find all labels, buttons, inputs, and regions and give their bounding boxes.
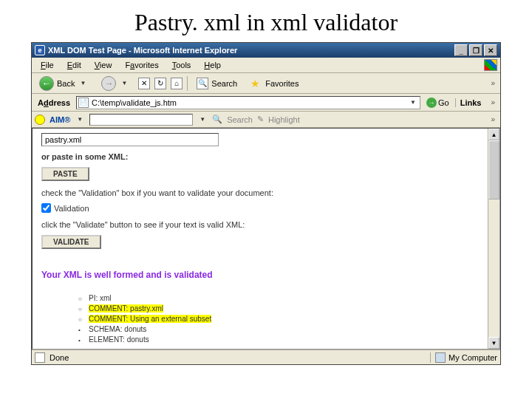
forward-arrow-icon: → [101,76,116,91]
menu-view[interactable]: View [89,59,118,71]
menu-edit[interactable]: Edit [61,59,87,71]
aim-overflow-icon[interactable]: » [488,115,497,123]
search-label: Search [211,79,237,88]
back-button[interactable]: ← Back ▼ [35,75,92,92]
address-label: Address [35,98,73,107]
menu-tools[interactable]: Tools [166,59,197,71]
status-text: Done [50,353,69,362]
page-icon [35,352,45,363]
forward-button[interactable]: → ▼ [97,75,134,92]
minimize-button[interactable]: _ [454,44,468,56]
menu-favorites[interactable]: Favorites [119,59,164,71]
back-arrow-icon: ← [39,76,54,91]
ie-icon: e [35,45,45,55]
menu-file[interactable]: File [35,59,60,71]
favorites-label: Favorites [265,79,299,88]
home-icon[interactable]: ⌂ [171,78,183,89]
aim-toolbar: AIM® ▼ ▼ 🔍 Search ✎ Highlight » [32,112,500,128]
page-icon: 📄 [78,98,89,108]
toolbar-overflow-icon[interactable]: » [488,79,497,87]
window-title: XML DOM Test Page - Microsoft Internet E… [48,46,237,55]
computer-icon [435,352,446,363]
validation-checkbox[interactable] [41,203,51,213]
go-label: Go [438,98,449,107]
stop-icon[interactable]: ✕ [138,78,150,89]
go-button[interactable]: → Go [423,98,452,108]
tree-item: ELEMENT: donuts [78,335,491,345]
aim-highlight-label[interactable]: Highlight [268,115,300,124]
search-button[interactable]: 🔍 Search [192,76,242,91]
browser-window: e XML DOM Test Page - Microsoft Internet… [31,42,501,365]
tree-item-label: COMMENT: pastry.xml [89,304,163,313]
aim-label[interactable]: AIM® [50,115,70,124]
refresh-icon[interactable]: ↻ [154,78,166,89]
menubar: File Edit View Favorites Tools Help [32,58,500,73]
back-label: Back [57,79,75,88]
search-icon: 🔍 [197,78,208,89]
zone-label: My Computer [449,353,497,362]
chevron-down-icon[interactable]: ▼ [408,99,418,106]
favorites-button[interactable]: ★ Favorites [246,76,303,91]
address-input[interactable]: 📄 C:\temp\validate_js.htm ▼ [76,96,420,109]
result-message: Your XML is well formed and is validated [41,270,491,280]
maximize-button[interactable]: ❐ [469,44,482,56]
aim-search-label[interactable]: Search [227,115,253,124]
titlebar: e XML DOM Test Page - Microsoft Internet… [32,43,500,58]
aim-search-icon: 🔍 [212,115,222,124]
close-button[interactable]: ✕ [484,44,497,56]
click-instruction: click the "Validate" button to see if yo… [41,220,491,229]
security-zone: My Computer [430,352,497,363]
aim-input[interactable] [89,114,193,126]
go-arrow-icon: → [426,98,437,108]
validate-button[interactable]: VALIDATE [41,235,101,249]
address-value: C:\temp\validate_js.htm [92,98,408,107]
links-label[interactable]: Links [455,98,486,107]
check-instruction: check the "Validation" box if you want t… [41,188,491,197]
chevron-down-icon: ▼ [119,80,129,86]
xml-file-input[interactable] [41,133,219,146]
status-bar: Done My Computer [32,349,500,364]
slide-title: Pastry. xml in xml validator [0,0,532,42]
or-paste-label: or paste in some XML: [41,152,491,161]
tree-item: COMMENT: pastry.xml [78,304,491,314]
tree-item: SCHEMA: donuts [78,324,491,335]
star-icon: ★ [250,78,262,89]
menu-help[interactable]: Help [198,59,227,71]
chevron-down-icon: ▼ [78,80,88,86]
page-viewport: ▲ ▼ or paste in some XML: PASTE check th… [32,128,500,349]
address-bar: Address 📄 C:\temp\validate_js.htm ▼ → Go… [32,94,500,112]
nav-toolbar: ← Back ▼ → ▼ ✕ ↻ ⌂ 🔍 Search ★ Favorites … [32,73,500,94]
result-tree: PI: xml COMMENT: pastry.xml COMMENT: Usi… [41,293,491,345]
windows-logo-icon [484,59,497,71]
scroll-up-icon[interactable]: ▲ [488,129,499,140]
chevron-down-icon[interactable]: ▼ [75,116,85,123]
aim-icon [35,115,45,125]
paste-button[interactable]: PASTE [41,167,89,181]
tree-item-label: COMMENT: Using an external subset [89,315,211,323]
highlight-icon: ✎ [257,115,264,124]
validation-label: Validation [54,204,89,213]
tree-item: COMMENT: Using an external subset [78,314,491,324]
tree-item: PI: xml [78,293,491,304]
scroll-thumb[interactable] [488,140,499,200]
chevron-down-icon[interactable]: ▼ [197,116,208,123]
links-overflow-icon[interactable]: » [488,98,497,106]
